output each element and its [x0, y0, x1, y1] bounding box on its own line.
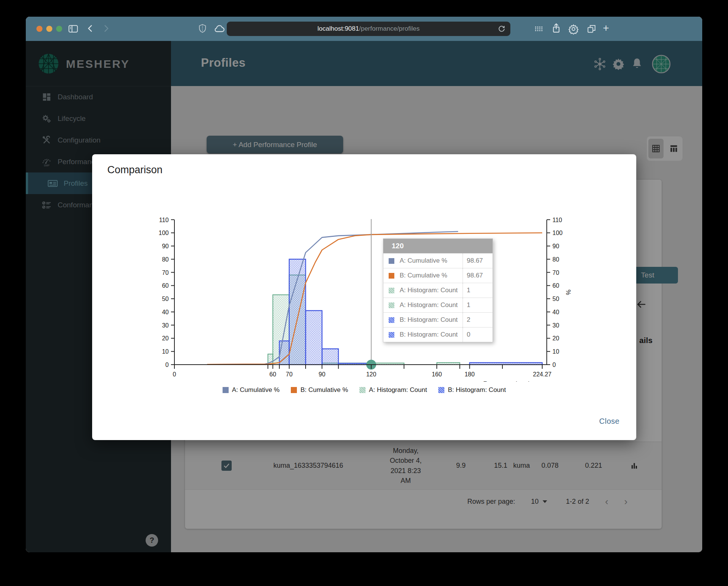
series-swatch [389, 302, 394, 308]
legend-item[interactable]: A: Histogram: Count [359, 386, 427, 394]
share-icon[interactable] [551, 22, 562, 34]
svg-text:90: 90 [552, 243, 559, 249]
series-swatch [389, 273, 394, 279]
grid-dots-icon[interactable] [533, 24, 544, 34]
comparison-modal: Comparison 00101020203030404050506060707… [92, 154, 636, 440]
svg-text:110: 110 [159, 217, 169, 223]
chart-legend: A: Cumulative %B: Cumulative %A: Histogr… [92, 386, 636, 394]
svg-text:80: 80 [162, 256, 169, 263]
new-tab-icon[interactable]: + [603, 22, 609, 34]
tooltip-series-label: B: Cumulative % [400, 272, 463, 279]
legend-item[interactable]: B: Cumulative % [291, 386, 348, 394]
legend-swatch [291, 387, 297, 393]
svg-text:50: 50 [552, 296, 559, 302]
svg-text:40: 40 [552, 309, 559, 315]
svg-text:224.27: 224.27 [533, 371, 552, 378]
svg-text:90: 90 [318, 371, 325, 378]
tooltip-row: A: Histogram: Count1 [383, 298, 493, 312]
svg-text:20: 20 [552, 335, 559, 342]
tooltip-series-value: 0 [463, 327, 493, 342]
svg-text:0: 0 [165, 362, 169, 368]
svg-text:10: 10 [552, 348, 559, 355]
legend-swatch [223, 387, 229, 393]
tooltip-row: B: Histogram: Count0 [383, 327, 493, 342]
series-swatch [389, 332, 394, 338]
svg-text:160: 160 [432, 371, 442, 378]
tooltip-series-value: 98.67 [463, 254, 493, 268]
y-axis-label-right: % [565, 290, 572, 295]
traffic-light-close[interactable] [36, 26, 42, 32]
tooltip-series-value: 98.67 [463, 268, 493, 283]
comparison-chart[interactable]: 0010102020303040405050606070708080909010… [92, 154, 636, 382]
cloud-icon[interactable] [214, 24, 226, 34]
svg-text:60: 60 [162, 282, 169, 289]
tooltip-series-label: A: Histogram: Count [400, 301, 463, 309]
tooltip-row: A: Histogram: Count1 [383, 283, 493, 298]
browser-window: localhost:9081/performance/profiles + [26, 17, 702, 552]
x-axis-label: Response time in ms [483, 380, 543, 382]
legend-swatch [438, 387, 444, 393]
svg-text:70: 70 [162, 269, 169, 276]
url-path: /performance/profiles [359, 25, 420, 33]
chart-tooltip: 120 A: Cumulative %98.67B: Cumulative %9… [383, 238, 493, 342]
svg-text:120: 120 [366, 371, 377, 378]
svg-text:10: 10 [162, 348, 169, 355]
forward-icon[interactable] [101, 24, 111, 33]
series-swatch [389, 258, 394, 264]
tooltip-series-value: 1 [463, 283, 493, 298]
legend-label: A: Cumulative % [232, 386, 280, 394]
svg-text:30: 30 [162, 322, 169, 329]
traffic-light-zoom[interactable] [56, 26, 62, 32]
traffic-light-minimize[interactable] [46, 26, 52, 32]
tooltip-series-value: 1 [463, 298, 493, 312]
svg-text:50: 50 [162, 296, 169, 302]
shield-icon[interactable] [197, 23, 208, 34]
sidebar-toggle-icon[interactable] [67, 23, 79, 34]
url-host: localhost:9081 [317, 25, 359, 33]
svg-text:70: 70 [552, 269, 559, 276]
svg-text:80: 80 [552, 256, 559, 263]
settings-icon[interactable] [568, 24, 579, 34]
legend-item[interactable]: A: Cumulative % [223, 386, 280, 394]
browser-chrome: localhost:9081/performance/profiles + [26, 17, 702, 41]
tooltip-title: 120 [383, 239, 493, 253]
svg-text:90: 90 [162, 243, 169, 249]
reload-icon[interactable] [497, 25, 506, 35]
legend-item[interactable]: B: Histogram: Count [438, 386, 506, 394]
tab-overview-icon[interactable] [586, 24, 597, 34]
svg-text:0: 0 [173, 371, 176, 378]
legend-label: B: Cumulative % [300, 386, 348, 394]
legend-label: B: Histogram: Count [448, 386, 506, 394]
svg-text:70: 70 [286, 371, 293, 378]
tooltip-row: B: Histogram: Count2 [383, 312, 493, 327]
svg-text:60: 60 [270, 371, 276, 378]
svg-text:30: 30 [552, 322, 559, 329]
svg-text:60: 60 [552, 282, 559, 289]
legend-label: A: Histogram: Count [369, 386, 427, 394]
legend-swatch [359, 387, 366, 393]
svg-text:40: 40 [162, 309, 169, 315]
svg-text:20: 20 [162, 335, 169, 342]
svg-text:0: 0 [552, 362, 556, 368]
tooltip-series-value: 2 [463, 313, 493, 327]
svg-text:110: 110 [552, 217, 562, 223]
svg-text:100: 100 [158, 230, 169, 236]
series-swatch [389, 317, 394, 323]
series-swatch [389, 288, 394, 293]
tooltip-row: A: Cumulative %98.67 [383, 253, 493, 268]
svg-text:100: 100 [552, 230, 563, 236]
tooltip-series-label: A: Histogram: Count [400, 287, 463, 294]
close-button[interactable]: Close [597, 417, 622, 426]
tooltip-row: B: Cumulative %98.67 [383, 268, 493, 283]
tooltip-series-label: B: Histogram: Count [400, 331, 463, 338]
svg-text:180: 180 [464, 371, 475, 378]
back-icon[interactable] [86, 24, 96, 33]
tooltip-series-label: B: Histogram: Count [400, 316, 463, 324]
tooltip-series-label: A: Cumulative % [400, 257, 463, 265]
url-bar[interactable]: localhost:9081/performance/profiles [227, 22, 510, 36]
